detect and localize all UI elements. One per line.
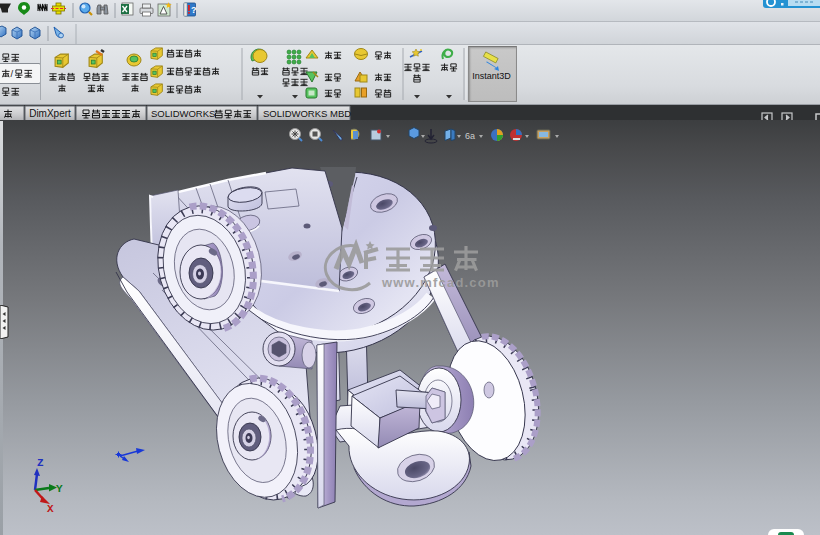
- svg-text:www.mfcad.com: www.mfcad.com: [381, 275, 500, 290]
- svg-text:Z: Z: [37, 457, 44, 469]
- svg-text:X: X: [47, 503, 54, 515]
- svg-text:Y: Y: [56, 483, 63, 495]
